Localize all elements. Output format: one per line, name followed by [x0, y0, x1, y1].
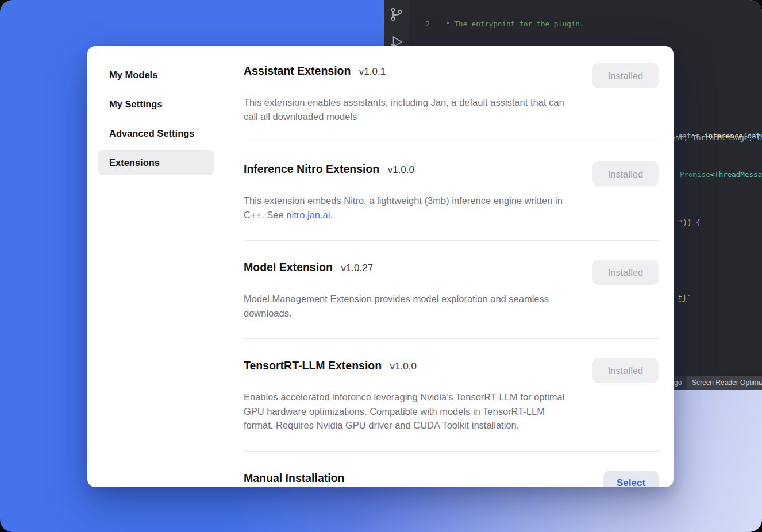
settings-modal: My Models My Settings Advanced Settings …: [87, 46, 674, 487]
extension-version: v1.0.0: [388, 164, 414, 175]
code-fragment: t}`: [678, 294, 691, 302]
extension-title: Inference Nitro Extension: [244, 163, 379, 175]
code-fragment: rator.inference(data));: [678, 132, 762, 140]
installed-button[interactable]: Installed: [592, 63, 659, 88]
code-fragment: Promise<ThreadMessage>: [680, 170, 762, 179]
extension-description: Model Management Extension provides mode…: [244, 292, 574, 320]
code-line: 2 * The entrypoint for the plugin.: [409, 20, 762, 29]
extension-description: Enables accelerated inference leveraging…: [244, 390, 574, 433]
extension-row: Assistant Extension v1.0.1 Installed Thi…: [244, 63, 659, 142]
source-control-icon[interactable]: [389, 7, 404, 22]
code-text: * The entrypoint for the plugin.: [436, 20, 584, 29]
extension-title: Assistant Extension: [244, 64, 351, 77]
manual-installation-row: Manual Installation Select Select an ext…: [244, 452, 659, 488]
extension-row: TensortRT-LLM Extension v1.0.0 Installed…: [244, 339, 659, 452]
nitro-link[interactable]: nitro.jan.ai.: [286, 210, 333, 220]
installed-button[interactable]: Installed: [592, 260, 659, 285]
extension-heading: Assistant Extension v1.0.1: [244, 63, 386, 78]
extension-version: v1.0.27: [341, 263, 373, 273]
extension-row: Inference Nitro Extension v1.0.0 Install…: [244, 142, 659, 241]
installed-button[interactable]: Installed: [592, 358, 659, 383]
line-number: 2: [409, 20, 436, 29]
extension-heading: Model Extension v1.0.27: [244, 260, 373, 274]
app-window: 2 * The entrypoint for the plugin. 3 */ …: [0, 0, 762, 532]
extension-heading: Manual Installation: [244, 471, 345, 485]
extensions-panel: Assistant Extension v1.0.1 Installed Thi…: [224, 46, 674, 487]
extension-title: TensortRT-LLM Extension: [244, 359, 382, 372]
sidebar-item-extensions[interactable]: Extensions: [98, 150, 214, 175]
extension-description: This extension embeds Nitro, a lightweig…: [244, 194, 574, 222]
select-button[interactable]: Select: [603, 471, 659, 488]
extension-heading: Inference Nitro Extension v1.0.0: [244, 161, 414, 176]
status-text: go: [674, 376, 682, 390]
manual-installation-title: Manual Installation: [244, 472, 345, 484]
sidebar-item-my-models[interactable]: My Models: [98, 62, 214, 87]
extension-version: v1.0.1: [359, 66, 386, 77]
installed-button[interactable]: Installed: [592, 161, 659, 187]
extension-title: Model Extension: [244, 261, 333, 273]
settings-sidebar: My Models My Settings Advanced Settings …: [87, 46, 224, 487]
extension-description: This extension enables assistants, inclu…: [244, 95, 574, 124]
extension-heading: TensortRT-LLM Extension v1.0.0: [244, 358, 417, 372]
sidebar-item-advanced-settings[interactable]: Advanced Settings: [98, 121, 214, 146]
extension-row: Model Extension v1.0.27 Installed Model …: [244, 241, 659, 339]
extension-version: v1.0.0: [390, 361, 417, 372]
code-fragment: ")) {: [679, 218, 701, 227]
sidebar-item-my-settings[interactable]: My Settings: [98, 91, 214, 117]
screen-reader-status[interactable]: Screen Reader Optimized: [687, 376, 762, 390]
